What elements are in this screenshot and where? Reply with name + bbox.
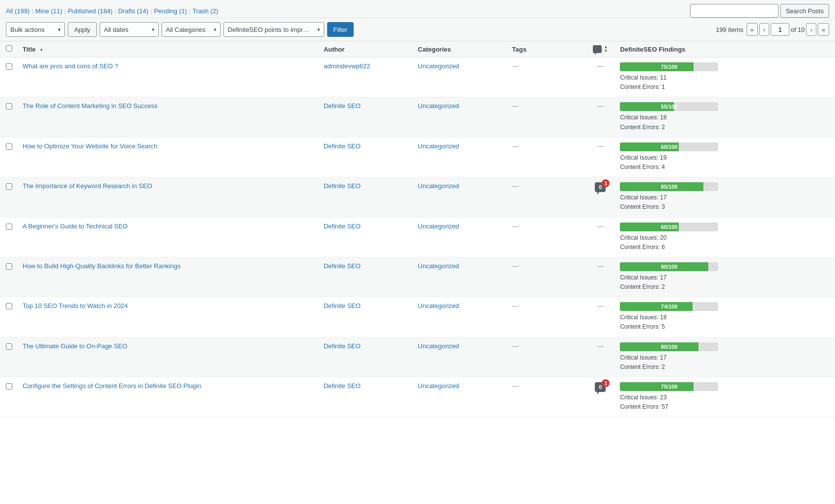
row-checkbox[interactable]	[6, 143, 12, 150]
critical-issues-label: Critical Issues: 19	[620, 153, 830, 163]
seo-bar-label: 90/100	[620, 262, 718, 271]
row-title-cell: The Role of Content Marketing in SEO Suc…	[18, 97, 319, 137]
author-link[interactable]: Definite SEO	[324, 262, 361, 270]
critical-issues-label: Critical Issues: 18	[620, 313, 830, 322]
apply-button[interactable]: Apply	[68, 22, 97, 37]
content-errors-label: Content Errors: 2	[620, 363, 830, 372]
row-tags-cell: —	[507, 217, 586, 257]
comment-bubble: 0 1	[595, 382, 606, 392]
tags-value: —	[512, 142, 519, 150]
post-title-link[interactable]: How to Optimize Your Website for Voice S…	[23, 142, 157, 150]
row-checkbox[interactable]	[6, 303, 12, 309]
comment-sort-down: ▼	[604, 49, 608, 53]
post-status-link-0[interactable]: All (199)	[6, 7, 29, 15]
row-title-cell: What are pros and cons of SEO ?	[18, 57, 319, 97]
seo-bar-wrap: 80/100	[620, 342, 830, 351]
bulk-actions-select[interactable]: Bulk actions	[6, 22, 65, 37]
pagination-last-button[interactable]: »	[818, 23, 829, 36]
category-link[interactable]: Uncategorized	[418, 302, 459, 309]
post-title-link[interactable]: A Beginner's Guide to Technical SEO	[23, 223, 128, 230]
category-link[interactable]: Uncategorized	[418, 142, 459, 150]
post-status-link-1[interactable]: Mine (11)	[35, 7, 62, 15]
comment-sort-arrows: ▲ ▼	[604, 45, 608, 53]
all-categories-select-wrap: All Categories	[162, 22, 221, 37]
pagination-page-input[interactable]	[771, 23, 789, 36]
author-link[interactable]: admindevwp622	[324, 62, 370, 70]
pagination-prev-button[interactable]: ‹	[759, 23, 769, 36]
pagination: « ‹ of 10 › »	[747, 23, 829, 36]
category-link[interactable]: Uncategorized	[418, 382, 459, 390]
row-comments-cell: 0 1	[585, 377, 615, 417]
no-comment: —	[597, 142, 604, 150]
author-header: Author	[319, 41, 413, 57]
author-link[interactable]: Definite SEO	[324, 382, 361, 390]
author-link[interactable]: Definite SEO	[324, 142, 361, 150]
critical-issues-label: Critical Issues: 17	[620, 353, 830, 363]
row-checkbox[interactable]	[6, 383, 12, 390]
no-comment: —	[597, 102, 604, 110]
post-title-link[interactable]: The Importance of Keyword Research in SE…	[23, 182, 152, 190]
all-dates-select[interactable]: All dates	[100, 22, 159, 37]
post-status-link-4[interactable]: Pending (1)	[154, 7, 187, 15]
seo-bar-label: 80/100	[620, 342, 718, 351]
post-status-link-2[interactable]: Published (184)	[68, 7, 112, 15]
row-checkbox[interactable]	[6, 183, 12, 190]
post-title-link[interactable]: The Ultimate Guide to On-Page SEO	[23, 342, 127, 350]
row-author-cell: Definite SEO	[319, 337, 413, 377]
filter-button[interactable]: Filter	[327, 22, 354, 37]
title-sort-arrows: ▲	[39, 48, 43, 52]
row-checkbox[interactable]	[6, 343, 12, 350]
critical-issues-label: Critical Issues: 20	[620, 233, 830, 243]
row-seo-cell: 60/100 Critical Issues: 20 Content Error…	[615, 217, 835, 257]
author-link[interactable]: Definite SEO	[324, 302, 361, 309]
post-link-separator-2: |	[114, 7, 116, 15]
row-title-cell: How to Build High-Quality Backlinks for …	[18, 257, 319, 297]
author-link[interactable]: Definite SEO	[324, 342, 361, 350]
row-seo-cell: 60/100 Critical Issues: 19 Content Error…	[615, 137, 835, 177]
content-errors-label: Content Errors: 6	[620, 243, 830, 252]
row-title-cell: Configure the Settings of Content Errors…	[18, 377, 319, 417]
author-link[interactable]: Definite SEO	[324, 102, 361, 110]
seo-filter-select[interactable]: DefiniteSEO points to impr…	[223, 22, 324, 37]
comment-badge: 1	[602, 379, 610, 387]
category-link[interactable]: Uncategorized	[418, 182, 459, 190]
content-errors-label: Content Errors: 57	[620, 402, 830, 412]
category-link[interactable]: Uncategorized	[418, 62, 459, 70]
category-link[interactable]: Uncategorized	[418, 342, 459, 350]
seo-issues: Critical Issues: 17 Content Errors: 3	[620, 193, 830, 212]
title-header[interactable]: Title ▲	[18, 41, 319, 57]
comment-bubble: 0 1	[595, 182, 606, 192]
post-status-link-5[interactable]: Trash (2)	[193, 7, 218, 15]
row-category-cell: Uncategorized	[413, 217, 507, 257]
seo-bar-bg: 80/100	[620, 342, 718, 351]
post-status-link-3[interactable]: Drafts (14)	[118, 7, 148, 15]
post-title-link[interactable]: The Role of Content Marketing in SEO Suc…	[23, 102, 158, 110]
category-link[interactable]: Uncategorized	[418, 262, 459, 270]
select-all-checkbox[interactable]	[6, 45, 12, 52]
author-link[interactable]: Definite SEO	[324, 182, 361, 190]
row-checkbox[interactable]	[6, 103, 12, 110]
post-title-link[interactable]: What are pros and cons of SEO ?	[23, 62, 118, 70]
row-checkbox-cell	[0, 57, 18, 97]
pagination-next-button[interactable]: ›	[806, 23, 816, 36]
row-title-cell: A Beginner's Guide to Technical SEO	[18, 217, 319, 257]
row-category-cell: Uncategorized	[413, 137, 507, 177]
search-input[interactable]	[690, 4, 779, 18]
post-title-link[interactable]: Configure the Settings of Content Errors…	[23, 382, 201, 390]
row-title-cell: The Importance of Keyword Research in SE…	[18, 177, 319, 217]
category-link[interactable]: Uncategorized	[418, 102, 459, 110]
row-checkbox[interactable]	[6, 224, 12, 230]
row-author-cell: Definite SEO	[319, 297, 413, 337]
seo-bar-label: 75/100	[620, 382, 718, 391]
critical-issues-label: Critical Issues: 23	[620, 393, 830, 402]
post-title-link[interactable]: How to Build High-Quality Backlinks for …	[23, 262, 181, 270]
author-link[interactable]: Definite SEO	[324, 223, 361, 230]
row-checkbox[interactable]	[6, 63, 12, 70]
search-posts-button[interactable]: Search Posts	[780, 4, 829, 18]
category-link[interactable]: Uncategorized	[418, 223, 459, 230]
row-tags-cell: —	[507, 137, 586, 177]
all-categories-select[interactable]: All Categories	[162, 22, 221, 37]
post-title-link[interactable]: Top 10 SEO Trends to Watch in 2024	[23, 302, 128, 309]
pagination-first-button[interactable]: «	[747, 23, 758, 36]
row-checkbox[interactable]	[6, 263, 12, 270]
